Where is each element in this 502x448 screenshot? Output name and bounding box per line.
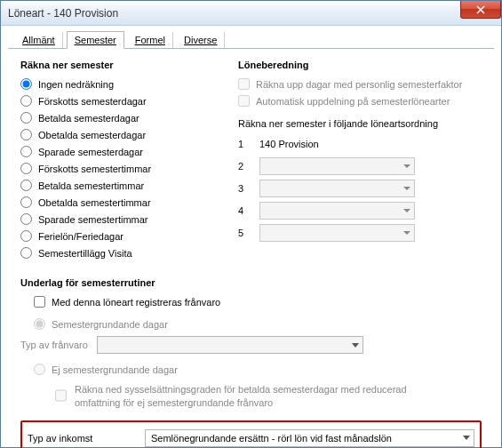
typ-inkomst-highlight: Typ av inkomst Semlönegrundande ersättn …: [20, 420, 482, 448]
order-value-1: 140 Provision: [259, 139, 482, 149]
radio-obetalda-dagar[interactable]: Obetalda semesterdagar: [20, 126, 211, 143]
order-select-5: [259, 224, 415, 242]
radio-ej-semgrund-dagar: Ej semestergrundande dagar: [34, 361, 482, 378]
radio-forskotts-dagar[interactable]: Förskotts semesterdagar: [20, 92, 211, 109]
close-button[interactable]: [460, 1, 501, 19]
chevron-down-icon: [352, 343, 359, 348]
order-row-5: 5: [238, 223, 482, 243]
tab-allmant[interactable]: Allmänt: [15, 32, 63, 48]
chevron-down-icon: [403, 164, 410, 168]
radio-betalda-timmar[interactable]: Betalda semestertimmar: [20, 177, 211, 194]
tab-diverse[interactable]: Diverse: [177, 32, 225, 48]
order-row-3: 3: [238, 179, 482, 198]
chevron-down-icon: [403, 187, 410, 190]
chevron-down-icon: [403, 209, 410, 212]
tab-strip: Allmänt Semester Formel Diverse: [8, 29, 494, 49]
franvaro-type-select: [97, 336, 363, 354]
order-select-3: [259, 180, 415, 197]
loneberedning-title: Löneberedning: [238, 60, 482, 70]
radio-forskotts-timmar[interactable]: Förskotts semestertimmar: [20, 160, 211, 177]
underlag-title: Underlag för semesterrutiner: [20, 277, 482, 288]
radio-ferielon[interactable]: Ferielön/Feriedagar: [20, 228, 211, 244]
typ-inkomst-value: Semlönegrundande ersättn - rörl lön vid …: [151, 433, 392, 444]
order-select-4: [259, 202, 415, 220]
check-auto-uppdelning: Automatisk uppdelning på semesterlöneart…: [238, 92, 482, 109]
radio-visita[interactable]: Semestertillägg Visita: [20, 244, 211, 261]
typ-inkomst-select[interactable]: Semlönegrundande ersättn - rörl lön vid …: [145, 429, 474, 447]
chevron-down-icon: [403, 231, 410, 235]
order-select-2: [259, 157, 415, 175]
tab-semester[interactable]: Semester: [67, 31, 124, 49]
radio-sparade-timmar[interactable]: Sparade semestertimmar: [20, 211, 211, 228]
check-franvaro[interactable]: Med denna löneart registreras frånvaro: [34, 293, 482, 310]
window-title: Löneart - 140 Provision: [8, 7, 118, 20]
order-row-4: 4: [238, 201, 482, 220]
dialog-window: Löneart - 140 Provision Allmänt Semester…: [0, 0, 502, 448]
order-row-1: 1 140 Provision: [238, 134, 482, 154]
radio-ingen[interactable]: Ingen nedräkning: [20, 76, 211, 92]
radio-sparade-dagar[interactable]: Sparade semesterdagar: [20, 143, 211, 160]
rakna-title: Räkna ner semester: [20, 60, 211, 70]
titlebar: Löneart - 140 Provision: [1, 1, 501, 26]
tab-formel[interactable]: Formel: [128, 32, 173, 48]
radio-semgrund-dagar: Semestergrundande dagar: [34, 316, 482, 332]
franvaro-type-label: Typ av frånvaro: [20, 340, 88, 350]
chevron-down-icon: [463, 436, 470, 440]
order-label: Räkna ner semester i följande löneartsor…: [238, 118, 482, 129]
check-rakna-ned-syssel: Räkna ned sysselsättningsgraden för beta…: [52, 383, 482, 410]
order-row-2: 2: [238, 156, 482, 176]
check-rakna-upp: Räkna upp dagar med personlig semesterfa…: [238, 76, 482, 92]
radio-betalda-dagar[interactable]: Betalda semesterdagar: [20, 109, 211, 126]
typ-inkomst-label: Typ av inkomst: [28, 433, 134, 444]
radio-obetalda-timmar[interactable]: Obetalda semestertimmar: [20, 194, 211, 211]
